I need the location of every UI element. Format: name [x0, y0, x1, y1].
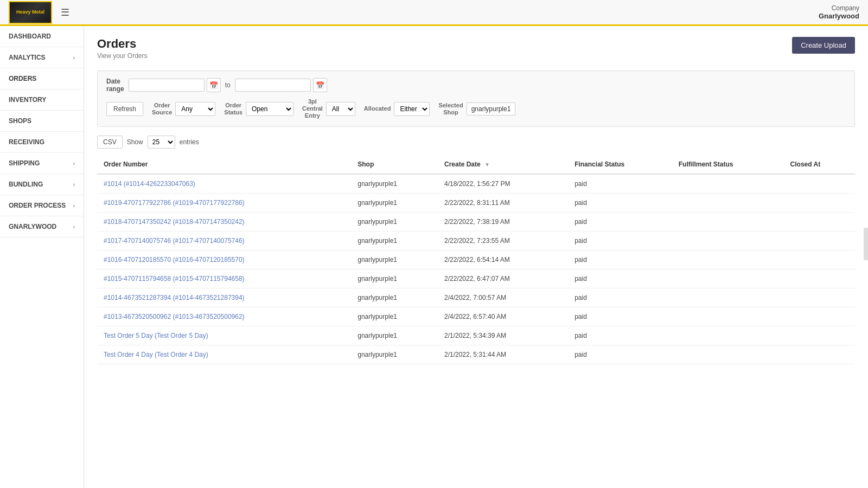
sidebar-item-order-process[interactable]: ORDER PROCESS › — [0, 195, 84, 216]
table-row: #1014-4673521287394 (#1014-4673521287394… — [97, 288, 855, 307]
three-pl-select[interactable]: All Yes No — [326, 102, 355, 116]
cell-closed-at — [784, 345, 855, 364]
table-row: #1013-4673520500962 (#1013-4673520500962… — [97, 307, 855, 326]
cell-order-number: Test Order 4 Day (Test Order 4 Day) — [97, 345, 351, 364]
order-number-link[interactable]: Test Order 5 Day (Test Order 5 Day) — [104, 332, 208, 339]
cell-financial-status: paid — [568, 345, 672, 364]
col-fulfillment-status: Fulfillment Status — [672, 155, 784, 174]
cell-closed-at — [784, 326, 855, 345]
sidebar-item-shipping[interactable]: SHIPPING › — [0, 153, 84, 174]
allocated-label: Allocated — [364, 105, 391, 112]
order-number-link[interactable]: #1019-4707177922786 (#1019-4707177922786… — [104, 199, 245, 207]
sidebar-item-analytics[interactable]: ANALYTICS › — [0, 47, 84, 68]
scroll-handle[interactable] — [864, 228, 868, 260]
table-row: #1014 (#1014-4262233047063)gnarlypurple1… — [97, 174, 855, 194]
cell-order-number: #1014-4673521287394 (#1014-4673521287394… — [97, 288, 351, 307]
page-header-text: Orders View your Orders — [97, 37, 147, 60]
date-end-input[interactable] — [235, 79, 311, 92]
top-bar-left: Heavy Metal ☰ — [9, 1, 69, 24]
cell-create-date: 2/4/2022, 7:00:57 AM — [438, 288, 568, 307]
chevron-right-icon-gnarlywood: › — [73, 224, 75, 230]
sidebar-item-gnarlywood[interactable]: GNARLYWOOD › — [0, 216, 84, 237]
cell-shop: gnarlypurple1 — [351, 288, 438, 307]
sort-arrow-icon: ▼ — [484, 162, 490, 168]
col-create-date[interactable]: Create Date ▼ — [438, 155, 568, 174]
cell-order-number: #1017-4707140075746 (#1017-4707140075746… — [97, 231, 351, 250]
cell-closed-at — [784, 231, 855, 250]
create-upload-button[interactable]: Create Upload — [792, 37, 855, 54]
order-source-label: Order Source — [152, 102, 172, 116]
cell-financial-status: paid — [568, 269, 672, 288]
cell-financial-status: paid — [568, 174, 672, 194]
order-source-group: Order Source Any Manual Import API — [152, 102, 215, 116]
cell-shop: gnarlypurple1 — [351, 212, 438, 231]
order-number-link[interactable]: #1014-4673521287394 (#1014-4673521287394… — [104, 294, 245, 301]
sidebar-label-bundling: BUNDLING — [9, 181, 43, 188]
table-row: #1019-4707177922786 (#1019-4707177922786… — [97, 193, 855, 212]
table-row: #1015-4707115794658 (#1015-4707115794658… — [97, 269, 855, 288]
cell-fulfillment-status — [672, 250, 784, 269]
sidebar-label-gnarlywood: GNARLYWOOD — [9, 223, 56, 230]
cell-fulfillment-status — [672, 193, 784, 212]
allocated-select[interactable]: Either Yes No — [394, 102, 430, 116]
date-start-input[interactable] — [129, 79, 205, 92]
cell-create-date: 2/22/2022, 6:47:07 AM — [438, 269, 568, 288]
sidebar-item-receiving[interactable]: RECEIVING — [0, 132, 84, 153]
table-controls: CSV Show 25 50 100 entries — [97, 136, 855, 149]
order-number-link[interactable]: #1013-4673520500962 (#1013-4673520500962… — [104, 313, 245, 320]
cell-fulfillment-status — [672, 345, 784, 364]
order-number-link[interactable]: #1017-4707140075746 (#1017-4707140075746… — [104, 237, 245, 245]
sidebar-item-shops[interactable]: SHOPS — [0, 111, 84, 132]
order-status-select[interactable]: Open Closed Cancelled All — [246, 102, 293, 116]
col-shop-label: Shop — [358, 160, 374, 168]
calendar-end-icon[interactable]: 📅 — [313, 78, 327, 92]
cell-financial-status: paid — [568, 212, 672, 231]
cell-fulfillment-status — [672, 174, 784, 194]
to-label: to — [225, 81, 231, 89]
order-number-link[interactable]: #1016-4707120185570 (#1016-4707120185570… — [104, 256, 245, 264]
order-number-link[interactable]: #1015-4707115794658 (#1015-4707115794658… — [104, 275, 245, 282]
sidebar-label-shops: SHOPS — [9, 117, 31, 125]
col-shop: Shop — [351, 155, 438, 174]
cell-order-number: #1013-4673520500962 (#1013-4673520500962… — [97, 307, 351, 326]
three-pl-label: 3pl Central Entry — [302, 98, 323, 120]
col-financial-status: Financial Status — [568, 155, 672, 174]
entries-select[interactable]: 25 50 100 — [148, 136, 175, 149]
cell-financial-status: paid — [568, 231, 672, 250]
order-source-select[interactable]: Any Manual Import API — [175, 102, 215, 116]
cell-create-date: 2/22/2022, 7:38:19 AM — [438, 212, 568, 231]
company-name: Gnarlywood — [819, 12, 859, 20]
hamburger-icon[interactable]: ☰ — [61, 7, 69, 18]
sidebar-item-bundling[interactable]: BUNDLING › — [0, 174, 84, 195]
cell-closed-at — [784, 288, 855, 307]
sidebar-item-orders[interactable]: ORDERS — [0, 68, 84, 89]
main-content: Orders View your Orders Create Upload Da… — [84, 26, 868, 488]
order-number-link[interactable]: #1018-4707147350242 (#1018-4707147350242… — [104, 218, 245, 226]
cell-shop: gnarlypurple1 — [351, 193, 438, 212]
refresh-button[interactable]: Refresh — [106, 102, 143, 116]
calendar-start-icon[interactable]: 📅 — [207, 78, 221, 92]
cell-order-number: #1014 (#1014-4262233047063) — [97, 174, 351, 194]
col-closed-at: Closed At — [784, 155, 855, 174]
top-bar: Heavy Metal ☰ Company Gnarlywood — [0, 0, 868, 26]
order-status-label: Order Status — [224, 102, 242, 116]
filter-row-controls: Refresh Order Source Any Manual Import A… — [106, 98, 846, 120]
cell-shop: gnarlypurple1 — [351, 174, 438, 194]
cell-closed-at — [784, 269, 855, 288]
cell-financial-status: paid — [568, 250, 672, 269]
order-number-link[interactable]: #1014 (#1014-4262233047063) — [104, 180, 195, 188]
entries-label: entries — [180, 138, 199, 146]
csv-button[interactable]: CSV — [97, 136, 123, 149]
chevron-right-icon-shipping: › — [73, 160, 75, 166]
cell-order-number: #1016-4707120185570 (#1016-4707120185570… — [97, 250, 351, 269]
company-label: Company — [819, 4, 859, 12]
cell-order-number: #1019-4707177922786 (#1019-4707177922786… — [97, 193, 351, 212]
cell-financial-status: paid — [568, 193, 672, 212]
sidebar-item-dashboard[interactable]: DASHBOARD — [0, 26, 84, 47]
sidebar-label-orders: ORDERS — [9, 75, 36, 82]
order-number-link[interactable]: Test Order 4 Day (Test Order 4 Day) — [104, 351, 208, 358]
cell-closed-at — [784, 174, 855, 194]
layout: DASHBOARD ANALYTICS › ORDERS INVENTORY S… — [0, 26, 868, 488]
sidebar-item-inventory[interactable]: INVENTORY — [0, 89, 84, 111]
logo-text: Heavy Metal — [16, 9, 44, 15]
